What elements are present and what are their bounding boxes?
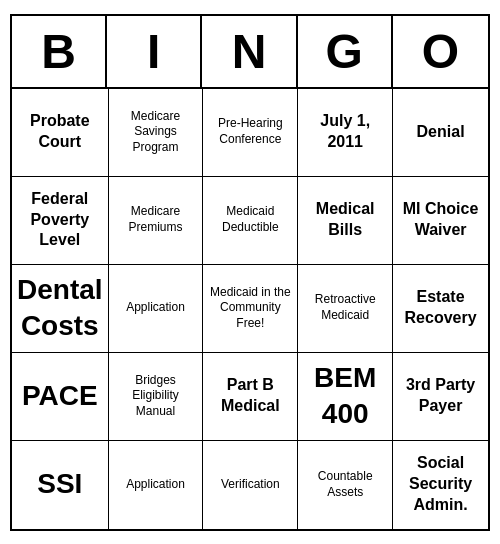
- bingo-cell-6: Medicare Premiums: [109, 177, 204, 265]
- bingo-cell-1: Medicare Savings Program: [109, 89, 204, 177]
- bingo-cell-17: Part B Medical: [203, 353, 298, 441]
- bingo-cell-11: Application: [109, 265, 204, 353]
- bingo-header: BINGO: [12, 16, 488, 89]
- bingo-cell-3: July 1, 2011: [298, 89, 393, 177]
- bingo-cell-0: Probate Court: [12, 89, 109, 177]
- bingo-letter-i: I: [107, 16, 202, 87]
- bingo-letter-b: B: [12, 16, 107, 87]
- bingo-letter-n: N: [202, 16, 297, 87]
- bingo-cell-5: Federal Poverty Level: [12, 177, 109, 265]
- bingo-letter-o: O: [393, 16, 488, 87]
- bingo-cell-9: MI Choice Waiver: [393, 177, 488, 265]
- bingo-cell-2: Pre-Hearing Conference: [203, 89, 298, 177]
- bingo-cell-19: 3rd Party Payer: [393, 353, 488, 441]
- bingo-cell-24: Social Security Admin.: [393, 441, 488, 529]
- bingo-cell-16: Bridges Eligibility Manual: [109, 353, 204, 441]
- bingo-cell-8: Medical Bills: [298, 177, 393, 265]
- bingo-cell-4: Denial: [393, 89, 488, 177]
- bingo-cell-18: BEM 400: [298, 353, 393, 441]
- bingo-cell-7: Medicaid Deductible: [203, 177, 298, 265]
- bingo-cell-23: Countable Assets: [298, 441, 393, 529]
- bingo-card: BINGO Probate CourtMedicare Savings Prog…: [10, 14, 490, 531]
- bingo-cell-21: Application: [109, 441, 204, 529]
- bingo-cell-10: Dental Costs: [12, 265, 109, 353]
- bingo-cell-12: Medicaid in the Community Free!: [203, 265, 298, 353]
- bingo-cell-20: SSI: [12, 441, 109, 529]
- bingo-cell-22: Verification: [203, 441, 298, 529]
- bingo-grid: Probate CourtMedicare Savings ProgramPre…: [12, 89, 488, 529]
- bingo-letter-g: G: [298, 16, 393, 87]
- bingo-cell-14: Estate Recovery: [393, 265, 488, 353]
- bingo-cell-13: Retroactive Medicaid: [298, 265, 393, 353]
- bingo-cell-15: PACE: [12, 353, 109, 441]
